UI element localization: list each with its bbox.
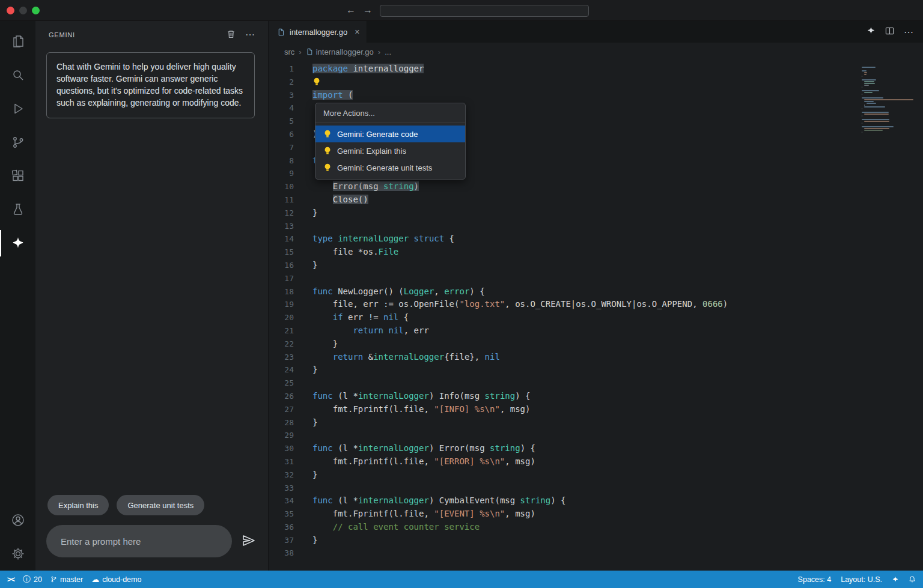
- source-control-icon[interactable]: [0, 126, 35, 159]
- code-text[interactable]: }: [299, 363, 317, 377]
- editor-more-actions-icon[interactable]: ⋯: [904, 26, 913, 38]
- breadcrumb-item[interactable]: src: [284, 47, 294, 56]
- code-line[interactable]: 14type internalLogger struct {: [269, 232, 923, 246]
- code-text[interactable]: Error(msg string): [299, 180, 419, 193]
- code-text[interactable]: [299, 220, 312, 233]
- breadcrumb-item[interactable]: ...: [385, 47, 391, 56]
- lightbulb-icon[interactable]: [312, 77, 321, 86]
- code-line[interactable]: 32}: [269, 468, 923, 482]
- code-line[interactable]: 16}: [269, 259, 923, 272]
- send-prompt-button[interactable]: [240, 532, 257, 551]
- code-editor[interactable]: 1package internallogger23import (4 "fmt"…: [269, 61, 923, 571]
- split-editor-icon[interactable]: [885, 26, 894, 38]
- back-button[interactable]: ←: [346, 5, 356, 16]
- code-line[interactable]: 17: [269, 272, 923, 285]
- address-bar[interactable]: [380, 5, 589, 17]
- sidebar-more-icon[interactable]: ⋯: [245, 30, 255, 40]
- code-line[interactable]: 10 Error(msg string): [269, 180, 923, 193]
- status-item-20[interactable]: ⓘ20: [23, 575, 42, 584]
- gemini-sparkle-icon[interactable]: [867, 26, 876, 38]
- code-line[interactable]: 19 file, err := os.OpenFile("log.txt", o…: [269, 298, 923, 311]
- status-item-bell[interactable]: [909, 575, 916, 583]
- code-text[interactable]: package internallogger: [299, 62, 424, 76]
- minimap[interactable]: [862, 67, 917, 135]
- code-text[interactable]: return &internalLogger{file}, nil: [299, 351, 500, 364]
- code-text[interactable]: }: [299, 416, 317, 429]
- code-line[interactable]: 35 fmt.Fprintf(l.file, "[EVENT] %s\n", m…: [269, 508, 923, 521]
- code-text[interactable]: func (l *internalLogger) CymbalEvent(msg…: [299, 494, 565, 508]
- code-text[interactable]: file *os.File: [299, 246, 398, 259]
- status-item-spaces-4[interactable]: Spaces: 4: [798, 575, 832, 584]
- quick-action-explain-this[interactable]: Explain this: [47, 495, 109, 515]
- code-text[interactable]: [299, 547, 312, 560]
- breadcrumb-item[interactable]: internallogger.go: [306, 47, 374, 56]
- code-line[interactable]: 27 fmt.Fprintf(l.file, "[INFO] %s\n", ms…: [269, 403, 923, 416]
- extensions-icon[interactable]: [0, 159, 35, 193]
- code-text[interactable]: }: [299, 338, 338, 351]
- status-item-remote[interactable]: ><: [7, 575, 14, 584]
- context-menu-item[interactable]: Gemini: Explain this: [315, 142, 465, 159]
- settings-gear-icon[interactable]: [0, 537, 35, 571]
- prompt-input[interactable]: [46, 525, 232, 557]
- code-line[interactable]: 11 Close(): [269, 193, 923, 207]
- code-text[interactable]: // call event counter service: [299, 521, 480, 534]
- code-line[interactable]: 25: [269, 377, 923, 390]
- code-line[interactable]: 28}: [269, 416, 923, 429]
- code-line[interactable]: 26func (l *internalLogger) Info(msg stri…: [269, 390, 923, 403]
- accounts-icon[interactable]: [0, 503, 35, 537]
- testing-icon[interactable]: [0, 193, 35, 226]
- code-text[interactable]: func (l *internalLogger) Info(msg string…: [299, 390, 530, 403]
- code-text[interactable]: [299, 272, 312, 285]
- code-line[interactable]: 29: [269, 429, 923, 442]
- code-text[interactable]: fmt.Fprintf(l.file, "[ERROR] %s\n", msg): [299, 455, 535, 468]
- forward-button[interactable]: →: [363, 5, 373, 16]
- code-line[interactable]: 2: [269, 76, 923, 89]
- code-line[interactable]: 18func NewLogger() (Logger, error) {: [269, 285, 923, 299]
- code-line[interactable]: 21 return nil, err: [269, 324, 923, 338]
- code-text[interactable]: }: [299, 534, 317, 547]
- code-line[interactable]: 3import (: [269, 89, 923, 102]
- code-line[interactable]: 12}: [269, 207, 923, 220]
- code-text[interactable]: }: [299, 207, 317, 220]
- code-line[interactable]: 15 file *os.File: [269, 246, 923, 259]
- minimize-window-button[interactable]: [19, 7, 27, 14]
- lightbulb-icon[interactable]: [323, 163, 332, 172]
- code-text[interactable]: return nil, err: [299, 324, 429, 338]
- lightbulb-icon[interactable]: [323, 130, 332, 138]
- maximize-window-button[interactable]: [32, 7, 40, 14]
- code-text[interactable]: type internalLogger struct {: [299, 232, 454, 246]
- run-debug-icon[interactable]: [0, 92, 35, 126]
- code-line[interactable]: 20 if err != nil {: [269, 311, 923, 324]
- code-line[interactable]: 13: [269, 220, 923, 233]
- code-line[interactable]: 30func (l *internalLogger) Error(msg str…: [269, 442, 923, 455]
- close-window-button[interactable]: [7, 7, 14, 14]
- lightbulb-icon[interactable]: [323, 147, 332, 155]
- code-line[interactable]: 33: [269, 482, 923, 495]
- code-text[interactable]: [299, 377, 312, 390]
- code-text[interactable]: [299, 429, 312, 442]
- quick-action-generate-unit-tests[interactable]: Generate unit tests: [117, 495, 204, 515]
- code-line[interactable]: 22 }: [269, 338, 923, 351]
- code-text[interactable]: fmt.Fprintf(l.file, "[EVENT] %s\n", msg): [299, 508, 535, 521]
- code-text[interactable]: }: [299, 468, 317, 482]
- code-text[interactable]: [299, 482, 312, 495]
- code-line[interactable]: 24}: [269, 363, 923, 377]
- code-line[interactable]: 38: [269, 547, 923, 560]
- code-line[interactable]: 1package internallogger: [269, 62, 923, 76]
- code-line[interactable]: 23 return &internalLogger{file}, nil: [269, 351, 923, 364]
- code-text[interactable]: fmt.Fprintf(l.file, "[INFO] %s\n", msg): [299, 403, 530, 416]
- code-text[interactable]: Close(): [299, 193, 368, 207]
- code-text[interactable]: }: [299, 259, 317, 272]
- code-line[interactable]: 31 fmt.Fprintf(l.file, "[ERROR] %s\n", m…: [269, 455, 923, 468]
- code-text[interactable]: [299, 76, 321, 89]
- clear-chat-trash-icon[interactable]: [227, 29, 236, 41]
- context-menu-item[interactable]: Gemini: Generate unit tests: [315, 159, 465, 176]
- status-item-cloud-demo[interactable]: ☁cloud-demo: [91, 575, 141, 584]
- status-item-sparkle[interactable]: [892, 576, 899, 583]
- code-text[interactable]: [299, 141, 312, 154]
- code-text[interactable]: if err != nil {: [299, 311, 409, 324]
- tab-internallogger[interactable]: internallogger.go ×: [269, 21, 367, 43]
- code-text[interactable]: func (l *internalLogger) Error(msg strin…: [299, 442, 535, 455]
- explorer-icon[interactable]: [0, 25, 35, 58]
- tab-close-icon[interactable]: ×: [355, 27, 359, 37]
